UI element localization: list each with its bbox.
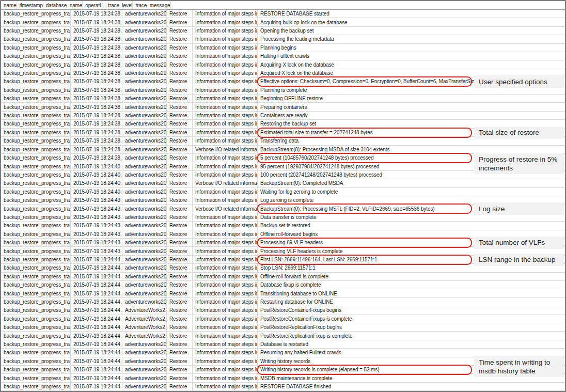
table-row[interactable]: backup_restore_progress_trace 2015-07-19… xyxy=(1,146,565,154)
cell-trace-message[interactable]: Planning is complete xyxy=(258,86,565,94)
cell-name[interactable]: backup_restore_progress_trace xyxy=(1,349,71,356)
cell-name[interactable]: backup_restore_progress_trace xyxy=(1,44,71,52)
cell-operation[interactable]: Restore xyxy=(167,298,193,306)
cell-timestamp[interactable]: 2015-07-19 18:24:38.... xyxy=(71,52,122,60)
table-row[interactable]: backup_restore_progress_trace 2015-07-19… xyxy=(1,77,565,86)
cell-trace-level[interactable]: Information of major steps in ... xyxy=(193,383,258,390)
cell-operation[interactable]: Restore xyxy=(167,306,193,314)
cell-name[interactable]: backup_restore_progress_trace xyxy=(1,306,71,314)
cell-timestamp[interactable]: 2015-07-19 18:24:43.... xyxy=(71,230,122,238)
cell-timestamp[interactable]: 2015-07-19 18:24:44.... xyxy=(71,332,122,339)
cell-timestamp[interactable]: 2015-07-19 18:24:43.... xyxy=(71,239,122,246)
cell-database-name[interactable]: adventureworks2012 xyxy=(122,256,167,263)
cell-trace-level[interactable]: Information of major steps in ... xyxy=(193,137,258,145)
cell-timestamp[interactable]: 2015-07-19 18:24:38.... xyxy=(71,60,122,68)
cell-operation[interactable]: Restore xyxy=(167,146,193,153)
cell-trace-message[interactable]: Restarting database for ONLINE xyxy=(258,298,565,306)
cell-trace-level[interactable]: Information of major steps in ... xyxy=(193,60,258,68)
table-row[interactable]: backup_restore_progress_trace 2015-07-19… xyxy=(1,44,565,52)
cell-trace-message[interactable]: Processing the leading metadata xyxy=(258,35,565,43)
cell-name[interactable]: backup_restore_progress_trace xyxy=(1,315,71,323)
column-header[interactable]: timestamp xyxy=(17,1,43,9)
cell-trace-level[interactable]: Information of major steps in ... xyxy=(193,188,258,196)
cell-timestamp[interactable]: 2015-07-19 18:24:38.... xyxy=(71,10,122,18)
cell-trace-level[interactable]: Information of major steps in ... xyxy=(193,69,258,77)
cell-name[interactable]: backup_restore_progress_trace xyxy=(1,52,71,60)
cell-operation[interactable]: Restore xyxy=(167,86,193,94)
cell-trace-level[interactable]: Information of major steps in ... xyxy=(193,162,258,170)
cell-operation[interactable]: Restore xyxy=(167,137,193,145)
cell-timestamp[interactable]: 2015-07-19 18:24:38.... xyxy=(71,44,122,52)
cell-timestamp[interactable]: 2015-07-19 18:24:38.... xyxy=(71,146,122,153)
cell-operation[interactable]: Restore xyxy=(167,162,193,170)
cell-database-name[interactable]: adventureworks2012 xyxy=(122,69,167,77)
cell-database-name[interactable]: AdventureWorks2... xyxy=(122,332,167,339)
cell-database-name[interactable]: adventureworks2012 xyxy=(122,281,167,289)
cell-database-name[interactable]: adventureworks2012 xyxy=(122,129,167,136)
cell-trace-message[interactable]: Processing 69 VLF headers xyxy=(258,239,565,246)
cell-trace-level[interactable]: Information of major steps in ... xyxy=(193,340,258,348)
cell-operation[interactable]: Restore xyxy=(167,315,193,323)
cell-timestamp[interactable]: 2015-07-19 18:24:44.... xyxy=(71,340,122,348)
cell-trace-level[interactable]: Verbose I/O related informati... xyxy=(193,205,258,212)
cell-name[interactable]: backup_restore_progress_trace xyxy=(1,298,71,306)
cell-database-name[interactable]: adventureworks2012 xyxy=(122,27,167,35)
cell-trace-message[interactable]: Transitioning database to ONLINE xyxy=(258,289,565,297)
cell-timestamp[interactable]: 2015-07-19 18:24:44.... xyxy=(71,306,122,314)
cell-trace-message[interactable]: PostRestoreContainerFixups begins xyxy=(258,306,565,314)
cell-operation[interactable]: Restore xyxy=(167,171,193,179)
cell-trace-level[interactable]: Information of major steps in ... xyxy=(193,52,258,60)
cell-trace-message[interactable]: MSDB maintenance is complete xyxy=(258,374,565,382)
cell-trace-message[interactable]: PostRestoreReplicationFixup begins xyxy=(258,323,565,331)
table-row[interactable]: backup_restore_progress_trace 2015-07-19… xyxy=(1,188,565,196)
table-row[interactable]: backup_restore_progress_trace 2015-07-19… xyxy=(1,323,565,332)
table-row[interactable]: backup_restore_progress_trace 2015-07-19… xyxy=(1,205,565,213)
cell-database-name[interactable]: adventureworks2012 xyxy=(122,247,167,255)
cell-database-name[interactable]: adventureworks2012 xyxy=(122,366,167,373)
cell-operation[interactable]: Restore xyxy=(167,222,193,229)
cell-operation[interactable]: Restore xyxy=(167,239,193,246)
table-row[interactable]: backup_restore_progress_trace 2015-07-19… xyxy=(1,222,565,230)
cell-timestamp[interactable]: 2015-07-19 18:24:38.... xyxy=(71,35,122,43)
cell-trace-message[interactable]: Effective options: Checksum=0, Compressi… xyxy=(258,77,565,85)
cell-name[interactable]: backup_restore_progress_trace xyxy=(1,27,71,35)
cell-database-name[interactable]: AdventureWorks2... xyxy=(122,323,167,331)
cell-name[interactable]: backup_restore_progress_trace xyxy=(1,357,71,365)
cell-trace-level[interactable]: Information of major steps in ... xyxy=(193,239,258,246)
cell-name[interactable]: backup_restore_progress_trace xyxy=(1,366,71,373)
table-row[interactable]: backup_restore_progress_trace 2015-07-19… xyxy=(1,69,565,77)
cell-trace-message[interactable]: 100 percent (202741248/202741248 bytes) … xyxy=(258,171,565,179)
cell-database-name[interactable]: adventureworks2012 xyxy=(122,52,167,60)
cell-trace-level[interactable]: Information of major steps in ... xyxy=(193,315,258,323)
cell-operation[interactable]: Restore xyxy=(167,281,193,289)
cell-database-name[interactable]: adventureworks2012 xyxy=(122,383,167,390)
cell-trace-message[interactable]: Writing history records is complete (ela… xyxy=(258,366,565,373)
cell-timestamp[interactable]: 2015-07-19 18:24:40.... xyxy=(71,188,122,196)
table-row[interactable]: backup_restore_progress_trace 2015-07-19… xyxy=(1,383,565,391)
table-row[interactable]: backup_restore_progress_trace 2015-07-19… xyxy=(1,95,565,103)
cell-trace-message[interactable]: Restoring the backup set xyxy=(258,120,565,128)
cell-trace-message[interactable]: PostRestoreReplicationFixup is complete xyxy=(258,332,565,339)
cell-timestamp[interactable]: 2015-07-19 18:24:44.... xyxy=(71,383,122,390)
cell-trace-message[interactable]: Stop LSN: 2669:11571:1 xyxy=(258,264,565,272)
cell-timestamp[interactable]: 2015-07-19 18:24:44.... xyxy=(71,289,122,297)
cell-operation[interactable]: Restore xyxy=(167,213,193,221)
table-row[interactable]: backup_restore_progress_trace 2015-07-19… xyxy=(1,129,565,137)
cell-name[interactable]: backup_restore_progress_trace xyxy=(1,103,71,111)
cell-trace-level[interactable]: Information of major steps in ... xyxy=(193,273,258,280)
cell-trace-message[interactable]: 95 percent (192937984/202741248 bytes) p… xyxy=(258,162,565,170)
cell-database-name[interactable]: adventureworks2012 xyxy=(122,120,167,128)
cell-operation[interactable]: Restore xyxy=(167,374,193,382)
table-row[interactable]: backup_restore_progress_trace 2015-07-19… xyxy=(1,171,565,179)
cell-trace-message[interactable]: BackupStream(0): Completed MSDA xyxy=(258,179,565,187)
cell-operation[interactable]: Restore xyxy=(167,273,193,280)
table-row[interactable]: backup_restore_progress_trace 2015-07-19… xyxy=(1,60,565,69)
table-row[interactable]: backup_restore_progress_trace 2015-07-19… xyxy=(1,264,565,272)
cell-trace-level[interactable]: Information of major steps in ... xyxy=(193,44,258,52)
cell-timestamp[interactable]: 2015-07-19 18:24:38.... xyxy=(71,77,122,85)
cell-timestamp[interactable]: 2015-07-19 18:24:38.... xyxy=(71,95,122,102)
cell-database-name[interactable]: adventureworks2012 xyxy=(122,103,167,111)
cell-timestamp[interactable]: 2015-07-19 18:24:40.... xyxy=(71,179,122,187)
cell-name[interactable]: backup_restore_progress_trace xyxy=(1,171,71,179)
cell-timestamp[interactable]: 2015-07-19 18:24:38.... xyxy=(71,129,122,136)
